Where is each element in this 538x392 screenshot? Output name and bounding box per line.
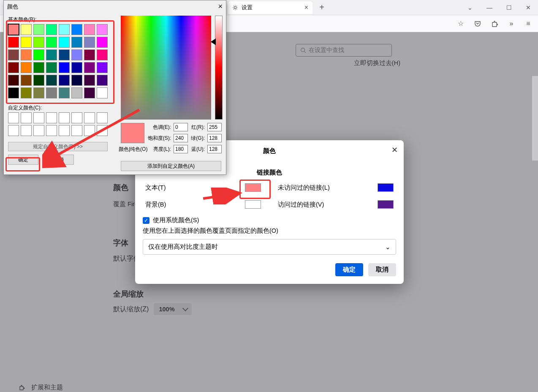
background-color-swatch[interactable]: [245, 200, 261, 209]
basic-color-swatch[interactable]: [97, 37, 108, 48]
custom-color-slot[interactable]: [84, 112, 95, 123]
g-input[interactable]: [207, 134, 222, 142]
basic-color-swatch[interactable]: [97, 62, 108, 73]
basic-color-swatch[interactable]: [97, 49, 108, 60]
basic-color-swatch[interactable]: [46, 37, 57, 48]
basic-color-swatch[interactable]: [84, 24, 95, 35]
basic-color-swatch[interactable]: [59, 62, 70, 73]
color-spectrum[interactable]: [121, 16, 211, 120]
basic-color-swatch[interactable]: [21, 87, 32, 98]
basic-color-swatch[interactable]: [46, 87, 57, 98]
custom-color-slot[interactable]: [71, 125, 82, 136]
basic-color-swatch[interactable]: [33, 37, 44, 48]
basic-color-swatch[interactable]: [97, 75, 108, 86]
basic-color-swatch[interactable]: [21, 75, 32, 86]
define-custom-button[interactable]: 规定自定义颜色(D) >>: [8, 142, 108, 151]
basic-color-swatch[interactable]: [59, 75, 70, 86]
basic-color-swatch[interactable]: [71, 37, 82, 48]
basic-color-swatch[interactable]: [59, 37, 70, 48]
modal-ok-button[interactable]: 确定: [335, 263, 363, 276]
basic-color-swatch[interactable]: [33, 24, 44, 35]
dropdown-caret-icon[interactable]: ⌄: [460, 0, 480, 15]
custom-color-slot[interactable]: [46, 112, 57, 123]
basic-color-swatch[interactable]: [21, 62, 32, 73]
basic-color-swatch[interactable]: [33, 49, 44, 60]
hue-input[interactable]: [174, 123, 188, 131]
use-system-colors-checkbox[interactable]: ✓ 使用系统颜色(S): [143, 216, 396, 224]
luminance-slider[interactable]: [215, 16, 223, 120]
basic-color-swatch[interactable]: [59, 49, 70, 60]
overflow-icon[interactable]: »: [508, 20, 515, 27]
basic-color-swatch[interactable]: [71, 75, 82, 86]
basic-color-swatch[interactable]: [46, 62, 57, 73]
basic-color-swatch[interactable]: [21, 49, 32, 60]
basic-color-swatch[interactable]: [71, 62, 82, 73]
r-input[interactable]: [207, 123, 222, 131]
basic-color-swatch[interactable]: [71, 49, 82, 60]
colors-modal-close[interactable]: ✕: [391, 145, 398, 155]
hamburger-menu-icon[interactable]: ≡: [524, 20, 532, 27]
basic-color-swatch[interactable]: [84, 49, 95, 60]
basic-color-swatch[interactable]: [8, 24, 19, 35]
basic-color-swatch[interactable]: [71, 87, 82, 98]
basic-color-swatch[interactable]: [33, 75, 44, 86]
basic-color-swatch[interactable]: [33, 62, 44, 73]
custom-color-slot[interactable]: [8, 112, 19, 123]
custom-color-slot[interactable]: [59, 125, 70, 136]
add-to-custom-button[interactable]: 添加到自定义颜色(A): [121, 161, 221, 171]
minimize-button[interactable]: —: [480, 0, 499, 15]
new-tab-button[interactable]: +: [316, 3, 328, 12]
basic-color-swatch[interactable]: [84, 75, 95, 86]
basic-color-swatch[interactable]: [8, 37, 19, 48]
basic-color-swatch[interactable]: [8, 49, 19, 60]
custom-color-slot[interactable]: [97, 125, 108, 136]
custom-color-slot[interactable]: [84, 125, 95, 136]
custom-color-slot[interactable]: [21, 125, 32, 136]
text-color-swatch[interactable]: [245, 183, 261, 192]
tab-close-icon[interactable]: ×: [304, 4, 308, 11]
basic-color-swatch[interactable]: [59, 87, 70, 98]
maximize-button[interactable]: ☐: [499, 0, 519, 15]
basic-color-swatch[interactable]: [46, 49, 57, 60]
custom-color-slot[interactable]: [59, 112, 70, 123]
override-select[interactable]: 仅在使用高对比度主题时 ⌄: [143, 239, 396, 255]
window-close-button[interactable]: ✕: [519, 0, 538, 15]
custom-color-slot[interactable]: [33, 125, 44, 136]
b-input[interactable]: [207, 145, 222, 153]
scrollbar[interactable]: [532, 76, 538, 161]
visited-link-swatch[interactable]: [378, 200, 394, 209]
modal-cancel-button[interactable]: 取消: [368, 263, 396, 276]
picker-cancel-button[interactable]: 取消: [43, 155, 74, 165]
custom-color-slot[interactable]: [8, 125, 19, 136]
basic-color-swatch[interactable]: [59, 24, 70, 35]
custom-color-slot[interactable]: [33, 112, 44, 123]
pocket-icon[interactable]: [474, 20, 481, 27]
basic-color-swatch[interactable]: [71, 24, 82, 35]
basic-color-swatch[interactable]: [46, 75, 57, 86]
basic-color-swatch[interactable]: [97, 24, 108, 35]
basic-color-swatch[interactable]: [33, 87, 44, 98]
bookmark-star-icon[interactable]: ☆: [457, 20, 465, 27]
basic-color-swatch[interactable]: [97, 87, 108, 98]
basic-color-swatch[interactable]: [8, 75, 19, 86]
custom-color-slot[interactable]: [97, 112, 108, 123]
custom-color-slot[interactable]: [71, 112, 82, 123]
custom-color-slot[interactable]: [46, 125, 57, 136]
extensions-icon[interactable]: [491, 20, 498, 27]
custom-color-slot[interactable]: [21, 112, 32, 123]
tab-settings[interactable]: 设置 ×: [228, 1, 312, 14]
lum-input[interactable]: [174, 145, 188, 153]
basic-color-swatch[interactable]: [8, 87, 19, 98]
basic-color-swatch[interactable]: [84, 87, 95, 98]
basic-color-swatch[interactable]: [21, 24, 32, 35]
basic-color-swatch[interactable]: [84, 62, 95, 73]
unvisited-link-swatch[interactable]: [378, 183, 394, 192]
basic-color-swatch[interactable]: [46, 24, 57, 35]
sat-input[interactable]: [174, 134, 188, 142]
basic-color-swatch[interactable]: [8, 62, 19, 73]
basic-color-swatch[interactable]: [84, 37, 95, 48]
override-note: 使用您在上面选择的颜色覆盖页面指定的颜色(O): [143, 227, 396, 235]
picker-close-button[interactable]: ×: [218, 2, 223, 11]
picker-ok-button[interactable]: 确定: [8, 155, 38, 165]
basic-color-swatch[interactable]: [21, 37, 32, 48]
